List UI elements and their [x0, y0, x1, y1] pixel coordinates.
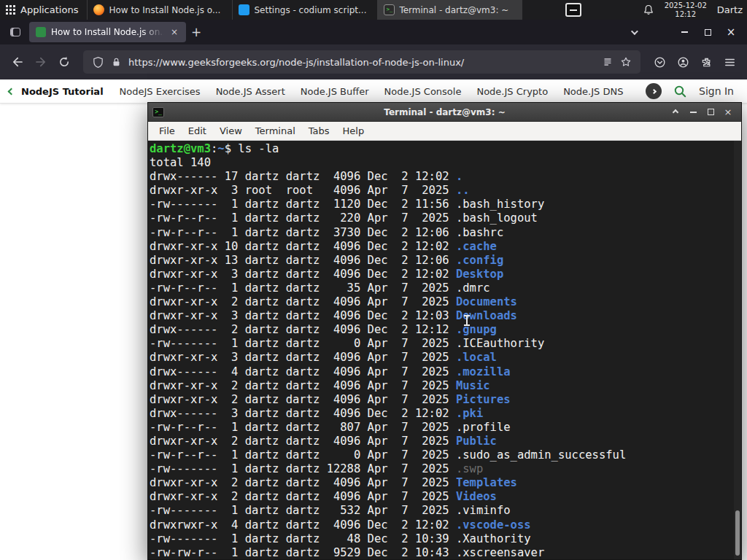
terminal-menu-tabs[interactable]: Tabs — [302, 123, 336, 139]
terminal-line: drwxr-xr-x 2 dartz dartz 4096 Apr 7 2025… — [150, 476, 741, 490]
applications-label: Applications — [20, 4, 78, 15]
gfg-nav-link[interactable]: NodeJS Exercises — [120, 86, 201, 97]
terminal-line: drwxr-xr-x 3 dartz dartz 4096 Dec 2 12:0… — [150, 309, 741, 323]
terminal-line: -rw-r--r-- 1 dartz dartz 807 Apr 7 2025 … — [150, 421, 741, 435]
terminal-line: drwxr-xr-x 13 dartz dartz 4096 Dec 2 12:… — [150, 254, 741, 268]
terminal-line: -rw------- 1 dartz dartz 1120 Dec 2 11:5… — [150, 198, 741, 211]
browser-tab[interactable]: How to Install Node.js on... × — [29, 22, 186, 42]
gfg-nav-link[interactable]: Node.JS Crypto — [476, 86, 548, 97]
terminal-titlebar[interactable]: >_ Terminal - dartz@vm3: ~ × — [148, 103, 741, 122]
gfg-secondary-navbar: NodeJS Tutorial NodeJS ExercisesNode.JS … — [0, 79, 747, 104]
terminal-menu-file[interactable]: File — [152, 123, 182, 139]
user-label: Dartz — [717, 4, 743, 15]
taskbar-item-label: How to Install Node.js o... — [109, 5, 220, 15]
extensions-button[interactable] — [694, 50, 718, 74]
gfg-scroll-left-button[interactable] — [9, 89, 14, 94]
account-button[interactable] — [671, 50, 694, 74]
terminal-line: -rw------- 1 dartz dartz 48 Dec 2 10:39 … — [150, 532, 741, 546]
terminal-close-button[interactable]: × — [719, 104, 737, 120]
url-bar[interactable]: https://www.geeksforgeeks.org/node-js/in… — [83, 50, 640, 74]
terminal-line: -rw------- 1 dartz dartz 12288 Apr 7 202… — [150, 462, 741, 476]
clock-date: 2025-12-02 — [665, 1, 707, 10]
clock-time: 12:12 — [665, 10, 707, 19]
menu-button[interactable] — [718, 50, 741, 74]
gfg-scroll-right-button[interactable] — [646, 83, 662, 99]
gfg-nav-right: Sign In — [646, 83, 738, 99]
pocket-button[interactable] — [648, 50, 671, 74]
terminal-maximize-button[interactable] — [702, 104, 719, 120]
back-button[interactable] — [6, 50, 29, 74]
terminal-output: dartz@vm3:~$ ls -latotal 140drwx------ 1… — [148, 141, 741, 559]
browser-minimize-button[interactable] — [673, 21, 696, 43]
taskbar-item[interactable]: >_Terminal - dartz@vm3: ~ — [377, 0, 522, 20]
terminal-app-icon: >_ — [152, 107, 164, 117]
terminal-body[interactable]: dartz@vm3:~$ ls -latotal 140drwx------ 1… — [148, 141, 741, 559]
terminal-line: -rw------- 1 dartz dartz 0 Apr 7 2025 .I… — [150, 337, 741, 351]
terminal-line: drwxrwxr-x 4 dartz dartz 4096 Dec 2 12:0… — [150, 518, 741, 532]
new-tab-button[interactable]: + — [186, 23, 206, 42]
terminal-total-line: total 140 — [150, 156, 741, 170]
search-icon[interactable] — [673, 85, 687, 98]
terminal-line: -rw------- 1 dartz dartz 532 Apr 7 2025 … — [150, 504, 741, 518]
applications-grid-icon — [6, 5, 15, 15]
browser-tab-bar: How to Install Node.js on... × + × — [0, 20, 747, 44]
taskbar-item[interactable]: How to Install Node.js o... — [87, 0, 232, 20]
clock[interactable]: 2025-12-02 12:12 — [665, 1, 707, 19]
browser-navigation-toolbar: https://www.geeksforgeeks.org/node-js/in… — [0, 44, 747, 79]
browser-close-button[interactable]: × — [719, 21, 743, 43]
firefox-view-button[interactable] — [4, 23, 26, 42]
terminal-menu-help[interactable]: Help — [336, 123, 371, 139]
maximize-icon — [705, 29, 711, 36]
back-arrow-icon — [11, 55, 24, 69]
lock-icon — [111, 56, 122, 68]
gfg-nav-tutorial-link[interactable]: NodeJS Tutorial — [21, 86, 104, 97]
reload-button[interactable] — [53, 50, 76, 74]
gfg-nav-link[interactable]: Node.JS Console — [384, 86, 462, 97]
browser-window-controls: × — [673, 21, 743, 43]
gfg-nav-link[interactable]: Node.JS Assert — [216, 86, 285, 97]
pocket-icon — [654, 56, 666, 69]
chevron-left-icon — [8, 88, 15, 95]
applications-menu-button[interactable]: Applications — [0, 0, 87, 20]
codium-icon — [239, 4, 249, 15]
gfg-nav-link[interactable]: Node.JS Buffer — [301, 86, 369, 97]
terminal-line: drwxr-xr-x 3 dartz dartz 4096 Dec 2 12:0… — [150, 268, 741, 281]
terminal-window-controls: × — [667, 104, 737, 120]
browser-maximize-button[interactable] — [696, 21, 719, 43]
bookmark-star-icon[interactable] — [620, 56, 632, 68]
terminal-line: drwxr-xr-x 2 dartz dartz 4096 Apr 7 2025… — [150, 435, 741, 448]
list-all-tabs-button[interactable] — [623, 30, 643, 35]
forward-button[interactable] — [29, 50, 53, 74]
chevron-right-icon — [651, 88, 656, 93]
chevron-up-icon — [673, 109, 678, 114]
taskbar-item-label: Settings - codium script... — [254, 5, 366, 15]
tray-terminal-icon[interactable] — [565, 3, 581, 17]
terminal-scrollbar[interactable] — [734, 141, 741, 559]
terminal-line: drwxr-xr-x 10 dartz dartz 4096 Dec 2 12:… — [150, 240, 741, 254]
url-text[interactable]: https://www.geeksforgeeks.org/node-js/in… — [128, 57, 595, 68]
terminal-shade-button[interactable] — [667, 104, 684, 120]
terminal-menu-view[interactable]: View — [213, 123, 249, 139]
tab-close-icon[interactable]: × — [169, 27, 179, 37]
notification-bell-icon[interactable] — [643, 4, 654, 16]
terminal-line: drwx------ 17 dartz dartz 4096 Dec 2 12:… — [150, 170, 741, 184]
forward-arrow-icon — [34, 55, 47, 69]
terminal-menu-edit[interactable]: Edit — [182, 123, 213, 139]
terminal-scrollbar-thumb[interactable] — [735, 510, 740, 556]
gfg-signin-link[interactable]: Sign In — [699, 85, 738, 97]
gfg-nav-link[interactable]: Node.JS DNS — [563, 86, 623, 97]
terminal-line: drwxr-xr-x 3 root root 4096 Apr 7 2025 .… — [150, 184, 741, 198]
taskbar-item[interactable]: Settings - codium script... — [232, 0, 377, 20]
terminal-minimize-button[interactable] — [684, 104, 702, 120]
terminal-menu-terminal[interactable]: Terminal — [249, 123, 302, 139]
terminal-line: drwxr-xr-x 2 dartz dartz 4096 Apr 7 2025… — [150, 490, 741, 504]
terminal-line: drwx------ 4 dartz dartz 4096 Apr 7 2025… — [150, 365, 741, 379]
taskbar-item-label: Terminal - dartz@vm3: ~ — [399, 5, 508, 15]
terminal-line: -rw-rw-r-- 1 dartz dartz 9529 Dec 2 10:4… — [150, 546, 741, 559]
terminal-line: -rw-r--r-- 1 dartz dartz 35 Apr 7 2025 .… — [150, 281, 741, 295]
terminal-line: drwx------ 2 dartz dartz 4096 Dec 2 12:1… — [150, 323, 741, 337]
reader-view-icon[interactable] — [602, 56, 614, 68]
firefox-view-icon — [10, 28, 20, 36]
terminal-icon: >_ — [384, 4, 395, 15]
mouse-cursor — [466, 316, 468, 325]
